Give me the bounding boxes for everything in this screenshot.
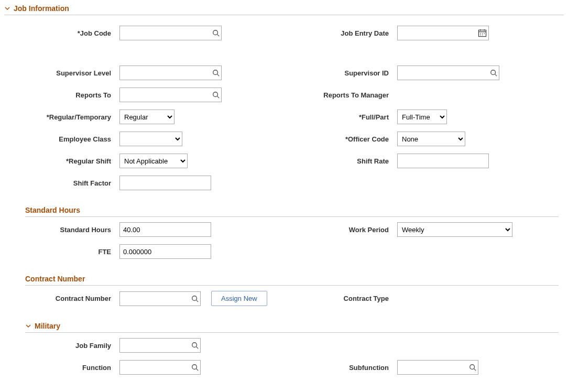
standard-hours-label: Standard Hours (4, 226, 114, 234)
section-title: Military (35, 322, 60, 330)
svg-line-24 (474, 369, 476, 371)
officer-code-select[interactable]: None (397, 132, 465, 146)
regular-shift-label: *Regular Shift (4, 157, 114, 165)
svg-line-22 (196, 369, 199, 371)
svg-point-17 (192, 296, 197, 300)
assign-new-button[interactable]: Assign New (211, 291, 267, 306)
officer-code-label: *Officer Code (230, 135, 392, 143)
function-input[interactable] (119, 360, 201, 375)
job-code-label: *Job Code (4, 29, 114, 37)
reports-to-manager-label: Reports To Manager (230, 91, 392, 99)
function-label: Function (4, 364, 114, 372)
job-code-field (119, 26, 222, 40)
svg-line-14 (495, 74, 497, 77)
supervisor-level-label: Supervisor Level (4, 69, 114, 77)
supervisor-id-field (397, 66, 499, 80)
standard-hours-section-header: Standard Hours (25, 206, 559, 217)
svg-point-13 (491, 70, 496, 75)
job-info-grid: *Job Code Job Entry Date Supervisor Leve… (4, 26, 564, 190)
subfunction-label: Subfunction (230, 364, 392, 372)
military-section-header[interactable]: Military (25, 322, 559, 333)
regular-temporary-label: *Regular/Temporary (4, 113, 114, 121)
military-grid: Job Family Function Subfunction (4, 338, 564, 375)
job-entry-date-label: Job Entry Date (230, 29, 392, 37)
regular-temporary-select[interactable]: Regular (119, 110, 174, 124)
job-entry-date-field (397, 26, 489, 40)
shift-factor-label: Shift Factor (4, 179, 114, 187)
employee-class-select[interactable] (119, 132, 182, 146)
subfunction-field (397, 360, 478, 375)
employee-class-label: Employee Class (4, 135, 114, 143)
supervisor-id-input[interactable] (397, 66, 499, 80)
full-part-select[interactable]: Full-Time (397, 110, 447, 124)
contract-grid: Contract Number Assign New Contract Type (4, 291, 564, 306)
reports-to-input[interactable] (119, 88, 222, 102)
search-icon[interactable] (191, 364, 199, 371)
full-part-label: *Full/Part (230, 113, 392, 121)
search-icon[interactable] (212, 69, 220, 77)
search-icon[interactable] (490, 69, 497, 77)
shift-factor-input[interactable] (119, 176, 211, 190)
svg-line-20 (196, 347, 199, 349)
svg-point-15 (213, 92, 218, 97)
chevron-down-icon (25, 323, 31, 329)
search-icon[interactable] (212, 91, 220, 99)
chevron-down-icon (4, 5, 10, 12)
svg-point-7 (482, 33, 483, 34)
svg-point-21 (192, 365, 197, 369)
subfunction-input[interactable] (397, 360, 478, 375)
contract-type-label: Contract Type (344, 295, 392, 302)
standard-hours-input[interactable] (119, 222, 211, 237)
svg-point-0 (213, 30, 218, 35)
contract-number-input[interactable] (119, 291, 201, 306)
search-icon[interactable] (191, 295, 199, 302)
search-icon[interactable] (469, 364, 476, 371)
calendar-icon[interactable] (478, 29, 487, 38)
section-title: Contract Number (25, 275, 85, 283)
reports-to-label: Reports To (4, 91, 114, 99)
job-family-input[interactable] (119, 338, 201, 353)
svg-point-11 (213, 70, 218, 75)
work-period-label: Work Period (230, 226, 392, 234)
job-family-field (119, 338, 201, 353)
contract-number-section-header: Contract Number (25, 275, 559, 286)
fte-label: FTE (4, 248, 114, 256)
search-icon[interactable] (191, 342, 199, 349)
svg-point-6 (480, 33, 481, 34)
standard-hours-grid: Standard Hours Work Period Weekly FTE (4, 222, 564, 259)
contract-number-field (119, 291, 201, 306)
svg-point-8 (484, 33, 485, 34)
shift-rate-label: Shift Rate (230, 157, 392, 165)
job-code-input[interactable] (119, 26, 222, 40)
search-icon[interactable] (212, 29, 220, 37)
svg-point-10 (482, 35, 483, 36)
job-family-label: Job Family (4, 342, 114, 350)
supervisor-level-field (119, 66, 222, 80)
function-field (119, 360, 201, 375)
svg-line-1 (217, 35, 220, 37)
reports-to-field (119, 88, 222, 102)
svg-point-23 (470, 365, 475, 369)
contract-number-label: Contract Number (4, 295, 114, 302)
job-information-section-header[interactable]: Job Information (4, 4, 564, 15)
svg-line-12 (217, 74, 220, 77)
svg-point-9 (480, 35, 481, 36)
section-title: Standard Hours (25, 206, 80, 214)
supervisor-id-label: Supervisor ID (230, 69, 392, 77)
job-entry-date-input[interactable] (397, 26, 489, 40)
svg-point-19 (192, 343, 197, 347)
section-title: Job Information (14, 4, 69, 13)
work-period-select[interactable]: Weekly (397, 222, 512, 237)
regular-shift-select[interactable]: Not Applicable (119, 154, 188, 168)
svg-line-18 (196, 300, 199, 302)
supervisor-level-input[interactable] (119, 66, 222, 80)
fte-input[interactable] (119, 244, 211, 259)
svg-line-16 (217, 96, 220, 99)
shift-rate-input[interactable] (397, 154, 489, 168)
